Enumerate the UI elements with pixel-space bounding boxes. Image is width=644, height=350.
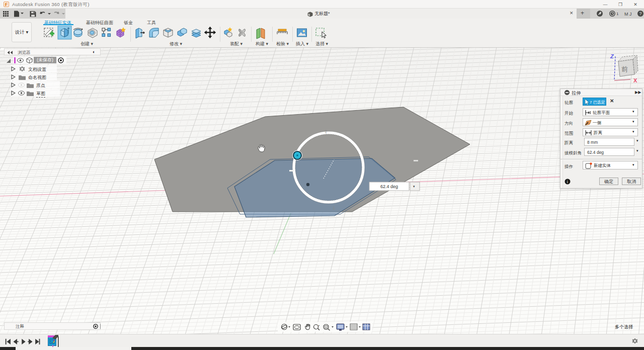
svg-text:前: 前	[621, 65, 628, 73]
svg-text:M J: M J	[624, 12, 632, 17]
svg-text:▾: ▾	[413, 185, 415, 188]
svg-text:Z: Z	[610, 53, 614, 59]
svg-text:1: 1	[616, 12, 619, 16]
svg-text:X: X	[633, 77, 637, 83]
svg-text:62.4 deg: 62.4 deg	[380, 184, 398, 189]
svg-text:⇩: ⇩	[332, 206, 336, 211]
svg-text:+: +	[318, 324, 320, 327]
svg-text:⇧: ⇧	[324, 129, 328, 134]
svg-text:?: ?	[639, 11, 641, 16]
